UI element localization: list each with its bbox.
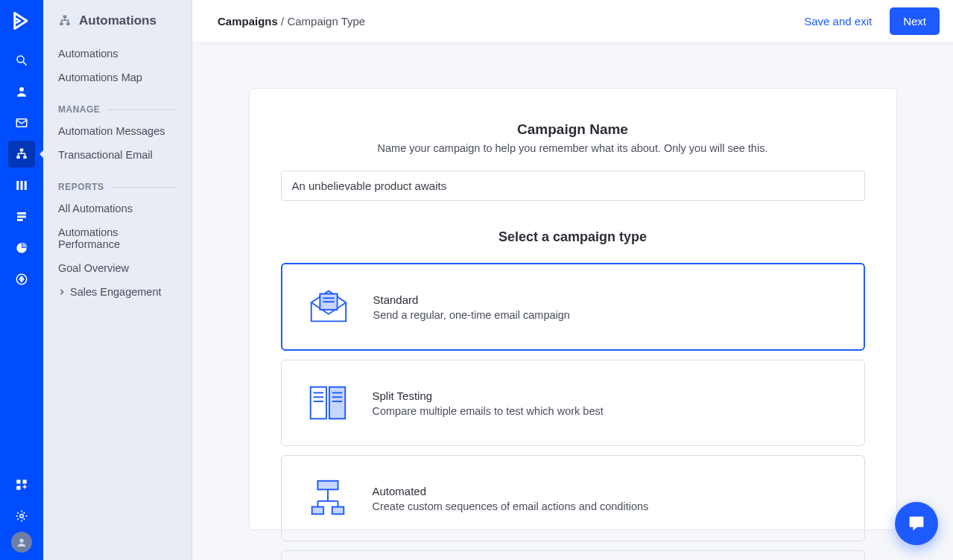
svg-rect-5 (16, 156, 20, 159)
sidebar-item-automations-performance[interactable]: Automations Performance (43, 220, 191, 256)
sidebar-item-automations-map[interactable]: Automations Map (43, 66, 191, 89)
envelope-icon (305, 284, 352, 330)
campaign-type-heading: Select a campaign type (281, 229, 865, 245)
svg-rect-12 (17, 219, 23, 221)
apps-icon[interactable] (8, 471, 35, 498)
lists-icon[interactable] (8, 203, 35, 230)
next-button[interactable]: Next (890, 7, 940, 35)
website-icon[interactable] (8, 266, 35, 293)
chevron-right-icon (58, 288, 66, 296)
sidebar-title: Automations (43, 0, 191, 42)
campaign-type-standard-title: Standard (373, 293, 570, 306)
automations-header-icon (58, 14, 72, 28)
reports-icon[interactable] (8, 235, 35, 261)
svg-rect-14 (16, 480, 20, 483)
svg-rect-7 (16, 181, 19, 190)
automations-icon[interactable] (8, 141, 35, 168)
campaign-name-heading: Campaign Name (281, 121, 865, 138)
topbar: Campaigns / Campaign Type Save and exit … (192, 0, 953, 43)
chat-icon (906, 513, 927, 534)
svg-rect-6 (23, 156, 27, 159)
campaign-type-split-desc: Compare multiple emails to test which wo… (373, 405, 604, 417)
flow-icon (304, 475, 352, 521)
svg-rect-8 (21, 181, 23, 190)
svg-rect-21 (66, 22, 70, 25)
save-and-exit-button[interactable]: Save and exit (804, 15, 872, 28)
svg-point-17 (20, 515, 24, 518)
breadcrumb-current: Campaign Type (287, 15, 365, 28)
sidebar-item-automations[interactable]: Automations (43, 42, 191, 66)
svg-rect-20 (60, 22, 63, 25)
sidebar-item-sales-engagement[interactable]: Sales Engagement (43, 280, 191, 304)
campaign-name-sub: Name your campaign to help you remember … (281, 142, 865, 154)
svg-rect-26 (329, 387, 344, 419)
avatar-icon[interactable] (11, 532, 32, 553)
sidebar-section-manage-label: MANAGE (58, 104, 100, 115)
sidebar-item-all-automations[interactable]: All Automations (43, 197, 191, 220)
campaign-type-split-title: Split Testing (373, 389, 604, 402)
chat-button[interactable] (895, 502, 938, 545)
campaign-type-standard[interactable]: Standard Send a regular, one-time email … (281, 263, 865, 351)
svg-rect-9 (25, 181, 27, 190)
svg-rect-25 (310, 387, 326, 419)
split-icon (304, 380, 352, 426)
breadcrumb: Campaigns / Campaign Type (218, 15, 365, 28)
search-icon[interactable] (8, 47, 35, 74)
svg-point-18 (19, 538, 23, 542)
breadcrumb-root[interactable]: Campaigns (218, 15, 278, 28)
sidebar-section-reports: REPORTS (43, 167, 191, 197)
logo-icon (11, 10, 32, 31)
campaign-type-split-testing[interactable]: Split Testing Compare multiple emails to… (281, 360, 865, 446)
svg-point-0 (17, 56, 24, 63)
sidebar-section-manage: MANAGE (43, 89, 191, 119)
campaign-type-rss[interactable]: RSS Triggered (281, 550, 865, 560)
sidebar-title-text: Automations (79, 13, 156, 28)
settings-icon[interactable] (8, 503, 35, 529)
svg-line-1 (23, 62, 27, 66)
sidebar-item-goal-overview[interactable]: Goal Overview (43, 256, 191, 280)
sidebar-item-automation-messages[interactable]: Automation Messages (43, 119, 191, 143)
icon-rail (0, 0, 43, 560)
deals-icon[interactable] (8, 172, 35, 199)
campaign-name-input[interactable] (281, 171, 865, 201)
svg-rect-11 (17, 216, 26, 218)
campaign-type-standard-desc: Send a regular, one-time email campaign (373, 309, 570, 321)
campaign-type-automated[interactable]: Automated Create custom sequences of ema… (281, 455, 865, 541)
sidebar-item-sales-engagement-label: Sales Engagement (70, 286, 162, 298)
svg-rect-15 (23, 480, 27, 483)
svg-rect-19 (63, 16, 67, 19)
campaign-type-automated-desc: Create custom sequences of email actions… (373, 500, 649, 512)
svg-rect-33 (317, 481, 338, 490)
sidebar-item-transactional-email[interactable]: Transactional Email (43, 143, 191, 167)
secondary-sidebar: Automations Automations Automations Map … (43, 0, 192, 560)
svg-rect-39 (332, 507, 343, 515)
sidebar-section-reports-label: REPORTS (58, 182, 104, 192)
campaign-card: Campaign Name Name your campaign to help… (249, 88, 897, 530)
contacts-icon[interactable] (8, 78, 35, 105)
svg-rect-38 (311, 507, 323, 515)
svg-rect-16 (16, 486, 20, 490)
campaigns-icon[interactable] (8, 109, 35, 136)
main-content: Campaign Name Name your campaign to help… (192, 43, 953, 560)
svg-rect-10 (17, 212, 26, 214)
campaign-type-automated-title: Automated (373, 485, 649, 497)
breadcrumb-separator: / (278, 15, 288, 28)
svg-point-2 (19, 87, 24, 92)
svg-rect-4 (20, 149, 24, 152)
